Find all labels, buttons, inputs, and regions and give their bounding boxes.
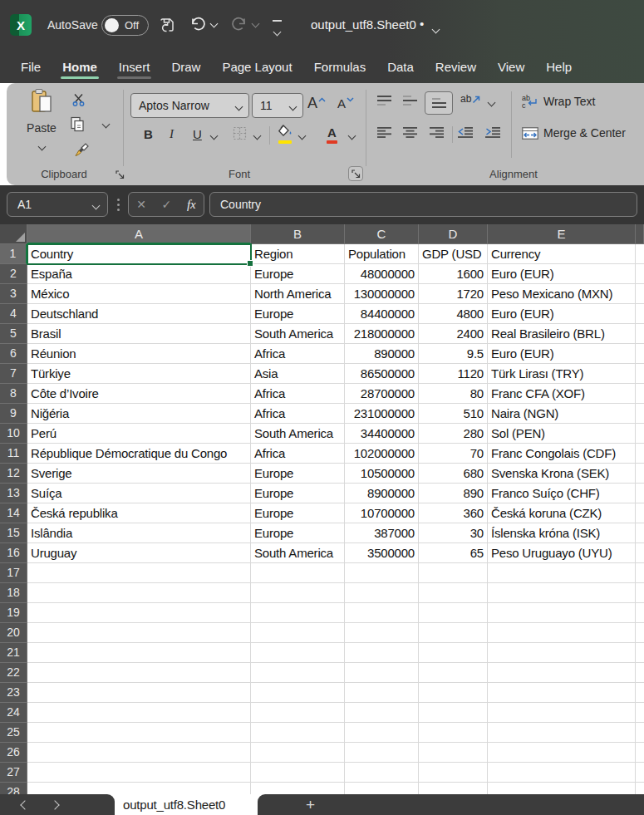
cell-C11[interactable]: 102000000	[345, 444, 419, 464]
select-all-corner[interactable]	[0, 224, 27, 244]
cell-E24[interactable]	[488, 703, 636, 723]
tab-formulas[interactable]: Formulas	[314, 52, 366, 81]
cell-D1[interactable]: GDP (USD	[419, 244, 488, 264]
column-header-C[interactable]: C	[345, 224, 419, 244]
cell-C9[interactable]: 231000000	[345, 404, 419, 424]
add-sheet-button[interactable]: +	[306, 797, 315, 813]
row-header-2[interactable]: 2	[0, 264, 27, 284]
cell-A20[interactable]	[27, 623, 251, 643]
row-header-22[interactable]: 22	[0, 663, 27, 683]
align-top-icon[interactable]	[377, 96, 391, 106]
tab-insert[interactable]: Insert	[119, 52, 150, 81]
cell-D28[interactable]	[419, 783, 488, 795]
cell-C5[interactable]: 218000000	[345, 324, 419, 344]
tab-view[interactable]: View	[498, 52, 524, 81]
cell-A4[interactable]: Deutschland	[27, 304, 251, 324]
align-right-icon[interactable]	[430, 127, 444, 138]
undo-button[interactable]	[189, 17, 206, 32]
cell-B16[interactable]: South America	[251, 543, 345, 563]
cell-A18[interactable]	[27, 583, 251, 603]
save-icon[interactable]	[159, 17, 176, 34]
cell-A14[interactable]: Česká republika	[27, 503, 251, 523]
cell-D19[interactable]	[419, 603, 488, 623]
quick-access-menu-chevron[interactable]	[274, 23, 280, 38]
redo-button[interactable]	[231, 17, 248, 32]
cell-D17[interactable]	[419, 563, 488, 583]
cell-A25[interactable]	[27, 723, 251, 743]
cell-B24[interactable]	[251, 703, 345, 723]
cell-E15[interactable]: Íslenska króna (ISK)	[488, 523, 636, 543]
format-painter-icon[interactable]	[73, 141, 90, 158]
cell-C2[interactable]: 48000000	[345, 264, 419, 284]
cell-C24[interactable]	[345, 703, 419, 723]
cell-D24[interactable]	[419, 703, 488, 723]
cell-E8[interactable]: Franc CFA (XOF)	[488, 384, 636, 404]
merge-center-button[interactable]: Merge & Center	[522, 126, 626, 140]
name-box[interactable]: A1	[7, 192, 108, 217]
row-header-20[interactable]: 20	[0, 623, 27, 643]
cell-D8[interactable]: 80	[419, 384, 488, 404]
clipboard-dialog-launcher[interactable]	[113, 168, 126, 181]
cell-D3[interactable]: 1720	[419, 284, 488, 304]
borders-icon[interactable]	[233, 126, 247, 140]
cell-partial-26[interactable]	[636, 743, 644, 763]
align-bottom-button-selected[interactable]	[425, 91, 453, 115]
row-header-9[interactable]: 9	[0, 404, 27, 424]
column-header-A[interactable]: A	[27, 224, 251, 244]
italic-button[interactable]: I	[170, 127, 174, 141]
cell-C26[interactable]	[345, 743, 419, 763]
cell-B28[interactable]	[251, 783, 345, 795]
cell-B20[interactable]	[251, 623, 345, 643]
tab-page-layout[interactable]: Page Layout	[222, 52, 292, 81]
cell-C28[interactable]	[345, 783, 419, 795]
increase-indent-icon[interactable]	[485, 127, 500, 138]
cell-A6[interactable]: Réunion	[27, 344, 251, 364]
insert-function-icon[interactable]: fx	[187, 198, 196, 212]
cell-E3[interactable]: Peso Mexicano (MXN)	[488, 284, 636, 304]
wrap-text-button[interactable]: ab c Wrap Text	[522, 94, 596, 108]
cell-B6[interactable]: Africa	[251, 344, 345, 364]
cell-C7[interactable]: 86500000	[345, 364, 419, 384]
name-box-dropdown-icon[interactable]	[92, 202, 101, 210]
paste-dropdown-icon[interactable]	[37, 143, 46, 151]
font-name-combobox[interactable]: Aptos Narrow	[130, 93, 249, 118]
font-name-dropdown-icon[interactable]	[235, 103, 243, 111]
align-left-icon[interactable]	[377, 127, 391, 138]
cell-C3[interactable]: 130000000	[345, 284, 419, 304]
cell-D16[interactable]: 65	[419, 543, 488, 563]
cell-partial-16[interactable]	[636, 543, 644, 563]
cell-D20[interactable]	[419, 623, 488, 643]
cell-partial-6[interactable]	[636, 344, 644, 364]
cell-C27[interactable]	[345, 763, 419, 783]
cell-D6[interactable]: 9.5	[419, 344, 488, 364]
cell-E21[interactable]	[488, 643, 636, 663]
cell-E22[interactable]	[488, 663, 636, 683]
cell-A22[interactable]	[27, 663, 251, 683]
fill-color-button[interactable]	[278, 125, 293, 140]
cell-E9[interactable]: Naira (NGN)	[488, 404, 636, 424]
cell-B17[interactable]	[251, 563, 345, 583]
cell-E1[interactable]: Currency	[488, 244, 636, 264]
cell-B12[interactable]: Europe	[251, 464, 345, 484]
cell-C16[interactable]: 3500000	[345, 543, 419, 563]
cell-B26[interactable]	[251, 743, 345, 763]
decrease-indent-icon[interactable]	[458, 127, 473, 138]
cell-B23[interactable]	[251, 683, 345, 703]
cell-B11[interactable]: Africa	[251, 444, 345, 464]
previous-sheet-icon[interactable]	[20, 800, 29, 809]
increase-font-size-button[interactable]: A	[307, 95, 326, 112]
row-header-1[interactable]: 1	[0, 244, 27, 264]
cell-partial-2[interactable]	[636, 264, 644, 284]
cell-B9[interactable]: Africa	[251, 404, 345, 424]
copy-icon[interactable]	[70, 116, 85, 132]
cell-partial-23[interactable]	[636, 683, 644, 703]
cell-E5[interactable]: Real Brasileiro (BRL)	[488, 324, 636, 344]
cell-B18[interactable]	[251, 583, 345, 603]
cell-partial-24[interactable]	[636, 703, 644, 723]
cell-E23[interactable]	[488, 683, 636, 703]
cell-D2[interactable]: 1600	[419, 264, 488, 284]
copy-dropdown-icon[interactable]	[103, 121, 109, 127]
cell-D21[interactable]	[419, 643, 488, 663]
column-header-partial[interactable]	[636, 224, 644, 244]
row-header-12[interactable]: 12	[0, 464, 27, 484]
